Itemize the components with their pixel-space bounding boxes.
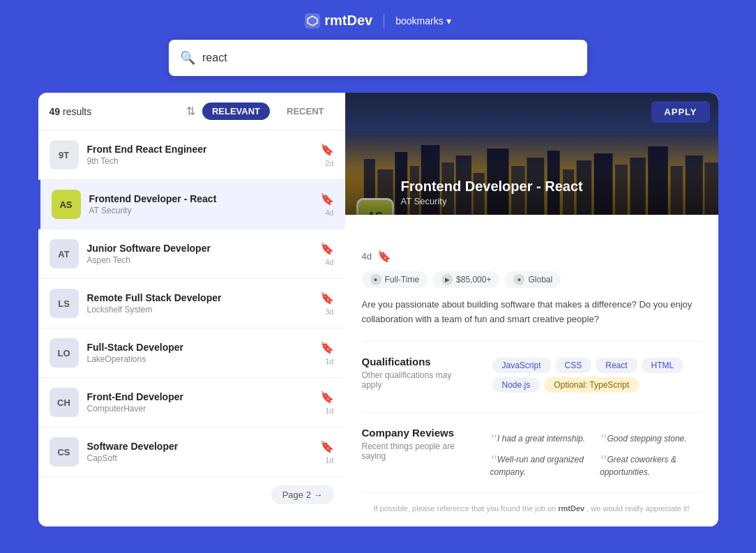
- job-time: 2d: [325, 159, 333, 167]
- job-avatar: 9T: [50, 140, 79, 169]
- results-header: 49 results ⇅ RELEVANT RECENT: [38, 93, 345, 130]
- job-info: Remote Full Stack Developer Lockshelf Sy…: [87, 292, 312, 315]
- job-meta: 🔖 4d: [320, 192, 334, 217]
- bookmark-icon[interactable]: 🔖: [320, 291, 334, 305]
- review-card: Well-run and organized company.: [490, 453, 592, 478]
- main-content: 49 results ⇅ RELEVANT RECENT 9T Front En…: [38, 93, 718, 527]
- job-avatar: AS: [52, 190, 81, 219]
- job-time: 4d: [325, 209, 333, 217]
- skill-badge: HTML: [642, 358, 684, 373]
- job-list-item[interactable]: LS Remote Full Stack Developer Lockshelf…: [38, 279, 345, 328]
- review-card: Good stepping stone.: [600, 432, 702, 445]
- qualifications-subtitle: Other qualifications may apply: [362, 370, 474, 390]
- job-meta: 🔖 1d: [320, 391, 334, 415]
- section-divider-1: [362, 412, 702, 413]
- chip-salary: ▶ $85,000+: [433, 271, 499, 288]
- job-time: 4d: [325, 258, 333, 266]
- bookmarks-label: bookmarks: [395, 15, 443, 26]
- job-title-overlay: Frontend Developer - React AT Security: [345, 167, 718, 215]
- job-time: 3d: [325, 308, 333, 316]
- job-avatar: LS: [50, 289, 79, 318]
- skill-badge: CSS: [555, 358, 592, 373]
- job-company-text: Lockshelf System: [87, 305, 312, 315]
- reviews-title: Company Reviews: [362, 427, 474, 439]
- skill-badge: Node.js: [492, 377, 540, 393]
- job-info: Frontend Developer - React AT Security: [89, 193, 312, 215]
- review-card: I had a great internship.: [490, 432, 592, 445]
- reviews-subtitle: Recent things people are saying: [362, 441, 474, 461]
- posted-time: 4d: [362, 251, 372, 262]
- job-info: Software Developer CapSoft: [87, 441, 312, 463]
- job-avatar: CS: [50, 437, 79, 467]
- job-list-item[interactable]: CS Software Developer CapSoft 🔖 1d: [38, 427, 345, 477]
- job-list: 9T Front End React Engineer 9th Tech 🔖 2…: [38, 130, 345, 477]
- page-next-button[interactable]: Page 2 →: [271, 485, 334, 504]
- bookmark-icon[interactable]: 🔖: [320, 341, 334, 354]
- qualifications-label-block: Qualifications Other qualifications may …: [362, 356, 474, 398]
- job-avatar: LO: [50, 338, 79, 368]
- job-list-item[interactable]: AT Junior Software Developer Aspen Tech …: [38, 229, 345, 279]
- search-section: 🔍: [0, 40, 756, 93]
- job-company-text: ComputerHaver: [87, 404, 312, 414]
- header: rmtDev bookmarks ▾: [0, 0, 756, 40]
- job-time: 1d: [325, 357, 333, 365]
- meta-chips-row: ● Full-Time ▶ $85,000+ ● Global: [362, 271, 702, 288]
- job-time: 1d: [325, 456, 333, 464]
- salary-icon: ▶: [441, 274, 453, 285]
- bookmark-icon[interactable]: 🔖: [320, 143, 334, 156]
- search-input[interactable]: [202, 52, 576, 64]
- qualifications-section: Qualifications Other qualifications may …: [362, 356, 702, 398]
- job-list-item[interactable]: CH Front-End Developer ComputerHaver 🔖 1…: [38, 378, 345, 427]
- job-title-text: Front-End Developer: [87, 391, 312, 402]
- detail-bookmark-icon[interactable]: 🔖: [377, 250, 391, 263]
- job-avatar: AT: [50, 239, 79, 268]
- reviews-grid: I had a great internship.Good stepping s…: [490, 432, 702, 478]
- tab-relevant[interactable]: RELEVANT: [202, 103, 270, 120]
- job-detail-body: 4d 🔖 ● Full-Time ▶ $85,000+ ● Global Are: [345, 215, 718, 527]
- sort-icon[interactable]: ⇅: [186, 105, 195, 118]
- job-company-text: Aspen Tech: [87, 255, 312, 265]
- job-info: Front End React Engineer 9th Tech: [87, 144, 312, 166]
- job-detail-panel: APPLY AS Frontend Developer - React AT S…: [345, 93, 718, 527]
- job-list-item[interactable]: 9T Front End React Engineer 9th Tech 🔖 2…: [38, 130, 345, 180]
- bookmark-icon[interactable]: 🔖: [320, 192, 334, 206]
- chip-location-label: Global: [528, 275, 552, 285]
- logo-text: rmtDev: [324, 13, 372, 29]
- bookmark-icon[interactable]: 🔖: [320, 391, 334, 404]
- job-avatar: CH: [50, 388, 79, 417]
- job-list-item[interactable]: AS Frontend Developer - React AT Securit…: [38, 180, 345, 229]
- job-title-text: Remote Full Stack Developer: [87, 292, 312, 303]
- job-title-text: Junior Software Developer: [87, 243, 312, 254]
- job-info: Full-Stack Developer LakeOperations: [87, 342, 312, 364]
- job-company-text: LakeOperations: [87, 354, 312, 364]
- job-company-text: CapSoft: [87, 453, 312, 463]
- bookmarks-chevron: ▾: [446, 15, 451, 26]
- job-title-text: Frontend Developer - React: [89, 193, 312, 204]
- skill-badge: React: [596, 358, 637, 373]
- job-header-text: Frontend Developer - React AT Security: [401, 179, 707, 206]
- job-meta: 🔖 1d: [320, 440, 334, 464]
- reviews-section: Company Reviews Recent things people are…: [362, 427, 702, 478]
- job-title-text: Software Developer: [87, 441, 312, 452]
- bookmark-icon[interactable]: 🔖: [320, 440, 334, 453]
- footer-note: If possible, please reference that you f…: [362, 492, 702, 513]
- search-icon: 🔍: [180, 50, 195, 66]
- bookmark-icon[interactable]: 🔖: [320, 242, 334, 255]
- footer-brand: rmtDev: [558, 504, 584, 513]
- tab-recent[interactable]: RECENT: [277, 103, 333, 120]
- search-bar-container: 🔍: [169, 40, 587, 76]
- bookmarks-button[interactable]: bookmarks ▾: [395, 15, 451, 26]
- job-info: Front-End Developer ComputerHaver: [87, 391, 312, 414]
- job-list-item[interactable]: LO Full-Stack Developer LakeOperations 🔖…: [38, 328, 345, 378]
- detail-company: AT Security: [401, 196, 707, 206]
- skills-badges: JavaScriptCSSReactHTMLNode.jsOptional: T…: [490, 356, 702, 395]
- header-divider: [384, 14, 384, 28]
- job-meta: 🔖 1d: [320, 341, 334, 365]
- footer-note-text2: , we would really appreciate it!: [587, 504, 689, 513]
- detail-job-title: Frontend Developer - React: [401, 179, 707, 195]
- apply-button[interactable]: APPLY: [651, 101, 709, 123]
- job-header-image: APPLY AS Frontend Developer - React AT S…: [345, 93, 718, 215]
- job-time: 1d: [325, 407, 333, 415]
- footer-note-text: If possible, please reference that you f…: [373, 504, 556, 513]
- job-list-panel: 49 results ⇅ RELEVANT RECENT 9T Front En…: [38, 93, 345, 527]
